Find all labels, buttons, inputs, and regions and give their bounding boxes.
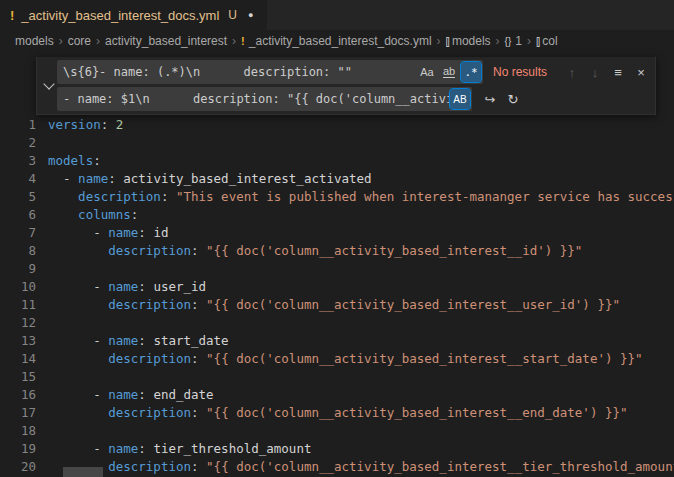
breadcrumb-label: _activity_based_interest_docs.yml [249,34,432,48]
replace-input-value: - name: $1\n description: "{{ doc('colum… [57,92,450,106]
line-number: 19 [0,440,36,458]
preserve-case-icon: AB [453,94,466,105]
selection-icon: ≡ [614,65,622,80]
breadcrumb-label: col [542,34,557,48]
code-line-content[interactable]: - name: end_date [36,386,674,404]
replace-input[interactable]: - name: $1\n description: "{{ doc('colum… [57,87,472,111]
regex-button[interactable]: .* [461,62,481,82]
code-line-15[interactable]: 15 [0,368,674,386]
code-line-6[interactable]: 6 columns: [0,206,674,224]
close-button[interactable]: × [631,62,651,82]
code-line-8[interactable]: 8 description: "{{ doc('column__activity… [0,242,674,260]
breadcrumb-label: models [15,34,54,48]
breadcrumb-item-col[interactable]: [ ]col [536,34,558,48]
code-line-1[interactable]: 1version: 2 [0,116,674,134]
line-number: 10 [0,278,36,296]
find-input-value: \s{6}- name: (.*)\n description: "" [57,65,417,79]
replace-all-icon: ↻ [508,92,519,107]
tab-title: _activity_based_interest_docs.yml [21,8,219,23]
code-line-content[interactable] [36,134,674,152]
code-line-content[interactable]: description: "{{ doc('column__activity_b… [36,404,674,422]
breadcrumb-item-core[interactable]: core [68,34,91,48]
code-line-content[interactable]: description: "{{ doc('column__activity_b… [36,242,674,260]
code-line-content[interactable]: version: 2 [36,116,674,134]
code-line-3[interactable]: 3models: [0,152,674,170]
breadcrumb-separator: › [96,34,100,48]
line-number: 16 [0,386,36,404]
warning-icon: ! [241,35,245,47]
editor[interactable]: 1version: 223models:4 - name: activity_b… [0,52,674,477]
code-line-7[interactable]: 7 - name: id [0,224,674,242]
whole-word-button[interactable]: ab [439,62,459,82]
code-line-content[interactable] [36,422,674,440]
code-line-18[interactable]: 18 [0,422,674,440]
code-line-content[interactable] [36,314,674,332]
code-line-12[interactable]: 12 [0,314,674,332]
code-line-content[interactable]: description: "{{ doc('column__activity_b… [36,350,674,368]
code-line-content[interactable]: - name: activity_based_interest_activate… [36,170,674,188]
line-number: 11 [0,296,36,314]
find-in-selection-button[interactable]: ≡ [608,62,628,82]
find-row: \s{6}- name: (.*)\n description: "" Aaab… [57,60,651,84]
replace-row: - name: $1\n description: "{{ doc('colum… [57,87,651,111]
code-line-14[interactable]: 14 description: "{{ doc('column__activit… [0,350,674,368]
next-match-button[interactable]: ↓ [585,62,605,82]
line-number: 12 [0,314,36,332]
close-icon: × [637,65,645,80]
code-line-content[interactable] [36,260,674,278]
code-line-10[interactable]: 10 - name: user_id [0,278,674,296]
breadcrumb-separator: › [232,34,236,48]
code-line-content[interactable]: - name: id [36,224,674,242]
breadcrumb-item-models[interactable]: [ ]models [446,34,491,48]
breadcrumb-label: models [452,34,491,48]
code-line-content[interactable]: columns: [36,206,674,224]
symbol-object-icon: {} [505,36,512,47]
line-number: 20 [0,458,36,476]
previous-match-button[interactable]: ↑ [562,62,582,82]
code-line-19[interactable]: 19 - name: tier_threshold_amount [0,440,674,458]
preserve-case-button[interactable]: AB [450,89,470,109]
code-line-content[interactable] [36,368,674,386]
breadcrumb-item-_activity_based_interest_docs.yml[interactable]: !_activity_based_interest_docs.yml [241,34,431,48]
breadcrumb-item-activity_based_interest[interactable]: activity_based_interest [105,34,227,48]
code-line-13[interactable]: 13 - name: start_date [0,332,674,350]
code-line-16[interactable]: 16 - name: end_date [0,386,674,404]
code-line-2[interactable]: 2 [0,134,674,152]
code-line-content[interactable]: - name: tier_threshold_amount [36,440,674,458]
line-number: 17 [0,404,36,422]
match-case-button[interactable]: Aa [417,62,437,82]
line-number: 7 [0,224,36,242]
breadcrumb-item-models[interactable]: models [15,34,54,48]
breadcrumb-label: 1 [515,34,522,48]
replace-all-button[interactable]: ↻ [503,89,523,109]
code-line-content[interactable]: description: "{{ doc('column__activity_b… [36,296,674,314]
find-replace-widget: \s{6}- name: (.*)\n description: "" Aaab… [36,57,656,115]
code-line-content[interactable]: description: "{{ doc('column__activity_b… [36,458,674,476]
code-line-5[interactable]: 5 description: "This event is published … [0,188,674,206]
tab-activity-based-interest-docs[interactable]: ! _activity_based_interest_docs.yml U ● [0,0,267,30]
replace-button[interactable]: ↪ [480,89,500,109]
toggle-replace-button[interactable] [41,60,57,111]
breadcrumb-separator: › [496,34,500,48]
find-input[interactable]: \s{6}- name: (.*)\n description: "" Aaab… [57,60,483,84]
code-line-content[interactable]: description: "This event is published wh… [36,188,674,206]
code-line-4[interactable]: 4 - name: activity_based_interest_activa… [0,170,674,188]
code-line-9[interactable]: 9 [0,260,674,278]
match-case-icon: Aa [420,66,433,78]
breadcrumb: models›core›activity_based_interest›!_ac… [0,30,674,52]
dirty-indicator-icon[interactable]: ● [248,10,253,20]
code-area[interactable]: 1version: 223models:4 - name: activity_b… [0,52,674,476]
breadcrumb-item-1[interactable]: {}1 [505,34,522,48]
code-line-11[interactable]: 11 description: "{{ doc('column__activit… [0,296,674,314]
code-line-17[interactable]: 17 description: "{{ doc('column__activit… [0,404,674,422]
line-number: 6 [0,206,36,224]
replace-icon: ↪ [485,92,496,107]
code-line-content[interactable]: - name: user_id [36,278,674,296]
code-line-content[interactable]: - name: start_date [36,332,674,350]
line-number: 5 [0,188,36,206]
horizontal-scrollbar[interactable] [63,467,103,477]
arrow-up-icon: ↑ [569,65,576,80]
line-number: 1 [0,116,36,134]
symbol-array-icon: [ ] [536,36,538,47]
code-line-content[interactable]: models: [36,152,674,170]
